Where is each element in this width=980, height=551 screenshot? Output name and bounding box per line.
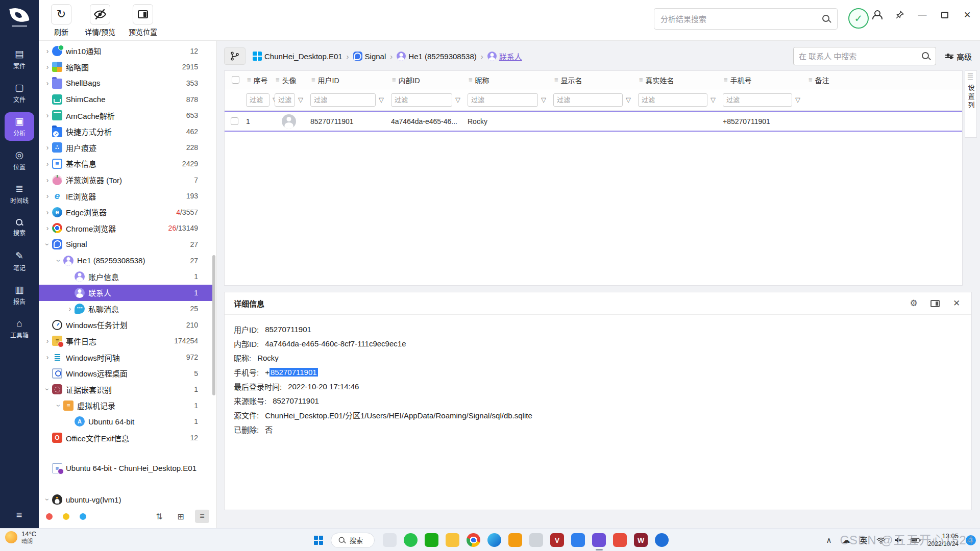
tree-item[interactable]: Ubuntu 64-bit1: [39, 414, 213, 430]
taskbar-app-forensic-app[interactable]: [592, 533, 606, 547]
input-language-indicator[interactable]: 英: [859, 535, 869, 545]
tree-item[interactable]: ›事件日志174254: [39, 333, 213, 349]
sidebar-scrollbar[interactable]: [212, 255, 215, 395]
column-header[interactable]: ≡备注: [807, 75, 962, 85]
chevron-right-icon[interactable]: ›: [43, 111, 52, 119]
collapse-tree-icon[interactable]: ⇅: [152, 510, 166, 523]
rail-item-report[interactable]: ▥报告: [5, 281, 34, 309]
taskbar-app-window-app[interactable]: [383, 533, 397, 547]
filter-funnel-icon[interactable]: ▽: [626, 96, 631, 104]
menu-hamburger-icon[interactable]: ≡: [0, 509, 39, 521]
filter-funnel-icon[interactable]: ▽: [795, 96, 800, 104]
blue-status-dot[interactable]: [80, 513, 86, 520]
onedrive-cloud-icon[interactable]: ☁: [841, 536, 851, 545]
rail-item-analysis[interactable]: ▣分析: [5, 112, 34, 141]
rail-item-search[interactable]: 搜索: [5, 213, 34, 242]
chevron-right-icon[interactable]: ›: [43, 63, 52, 71]
column-header[interactable]: ≡手机号: [723, 75, 807, 85]
chevron-right-icon[interactable]: ›: [43, 353, 52, 361]
filter-funnel-icon[interactable]: ▽: [298, 96, 303, 104]
taskbar-app-blue-circle-app[interactable]: [655, 533, 669, 547]
breadcrumb-item[interactable]: He1 (85259308538): [397, 52, 476, 61]
tree-item[interactable]: Office文件Exif信息12: [39, 430, 213, 446]
minimize-button[interactable]: —: [917, 9, 928, 20]
list-view-icon[interactable]: ≡: [195, 510, 209, 523]
rail-item-timeline[interactable]: ≣时间线: [5, 180, 34, 208]
chevron-right-icon[interactable]: ›: [43, 143, 52, 152]
filter-input-2[interactable]: [246, 93, 270, 107]
filter-input-5[interactable]: [391, 93, 452, 107]
taskbar-app-green-app[interactable]: [425, 533, 438, 547]
tree-item[interactable]: Ubuntu 64-bit - ChunHei_Desktop.E01: [39, 460, 213, 477]
column-settings-tab[interactable]: |||| 设置列: [965, 70, 977, 138]
taskbar-app-wechat[interactable]: [404, 533, 418, 547]
filter-input-4[interactable]: [310, 93, 376, 107]
tree-item[interactable]: ›Chrome浏览器26/13149: [39, 220, 213, 237]
volume-muted-icon[interactable]: [893, 536, 903, 544]
search-icon[interactable]: [822, 14, 831, 23]
filter-funnel-icon[interactable]: ▽: [710, 96, 716, 104]
tree-item[interactable]: ShimCache878: [39, 91, 213, 108]
filter-input-8[interactable]: [638, 93, 707, 107]
taskbar-app-chrome[interactable]: [467, 533, 480, 547]
taskbar-app-edge[interactable]: [487, 533, 501, 547]
filter-input-7[interactable]: [553, 93, 623, 107]
details-settings-icon[interactable]: ⚙: [908, 298, 919, 309]
rail-item-location[interactable]: ◎位置: [5, 146, 34, 174]
column-header[interactable]: ≡用户ID: [310, 75, 391, 85]
taskbar-app-w-app[interactable]: W: [634, 533, 648, 547]
chevron-down-icon[interactable]: ›: [43, 240, 52, 249]
tree-item[interactable]: ›ubuntu-vg(lvm1): [39, 491, 213, 508]
taskbar-app-v-app[interactable]: V: [550, 533, 564, 547]
contact-search-box[interactable]: [793, 47, 936, 65]
tree-item[interactable]: ›洋葱浏览器 (Tor)7: [39, 172, 213, 188]
filter-funnel-icon[interactable]: ▽: [541, 96, 546, 104]
tree-item[interactable]: ›win10通知12: [39, 43, 213, 59]
global-search-input[interactable]: [660, 15, 822, 23]
tree-item[interactable]: ›ShellBags353: [39, 75, 213, 91]
user-account-icon[interactable]: [872, 9, 883, 20]
chevron-right-icon[interactable]: ›: [43, 176, 52, 184]
tree-item[interactable]: ›Signal27: [39, 236, 213, 253]
details-dock-icon[interactable]: [929, 298, 941, 309]
taskbar-app-blue-app[interactable]: [571, 533, 585, 547]
maximize-button[interactable]: [939, 9, 950, 20]
column-header[interactable]: ≡昵称: [468, 75, 553, 85]
chevron-down-icon[interactable]: ›: [43, 495, 52, 504]
rail-item-files[interactable]: ▢文件: [5, 79, 34, 107]
pin-icon[interactable]: [894, 9, 905, 20]
chevron-right-icon[interactable]: ›: [43, 79, 52, 87]
chevron-right-icon[interactable]: ›: [43, 47, 52, 55]
filter-input-6[interactable]: [468, 93, 538, 107]
chevron-down-icon[interactable]: ›: [55, 256, 63, 265]
tree-item[interactable]: ›He1 (85259308538)27: [39, 253, 213, 269]
tree-item[interactable]: ›Edge浏览器4/3557: [39, 204, 213, 220]
preview-position-button[interactable]: 预览位置: [129, 4, 157, 37]
tree-item[interactable]: Windows任务计划210: [39, 317, 213, 333]
tree-item[interactable]: ›基本信息2429: [39, 156, 213, 172]
contact-search-input[interactable]: [799, 52, 921, 61]
taskbar-search[interactable]: 搜索: [331, 533, 375, 548]
tree-item[interactable]: ›虚拟机记录1: [39, 397, 213, 414]
yellow-status-dot[interactable]: [63, 513, 69, 520]
tree-item[interactable]: ›私聊消息25: [39, 301, 213, 317]
taskbar-weather[interactable]: 14°C 晴朗: [5, 530, 36, 545]
tree-item[interactable]: 快捷方式分析462: [39, 123, 213, 140]
chevron-right-icon[interactable]: ›: [43, 160, 52, 168]
tree-item[interactable]: 联系人1: [39, 285, 213, 301]
license-status-icon[interactable]: ✓: [848, 8, 869, 29]
tree-item[interactable]: ›Windows时间轴972: [39, 349, 213, 365]
refresh-button[interactable]: ↻ 刷新: [51, 4, 71, 37]
detail-preview-button[interactable]: 详情/预览: [85, 4, 115, 37]
taskbar-app-orange-app[interactable]: [508, 533, 522, 547]
global-search-box[interactable]: [654, 8, 838, 30]
tree-item[interactable]: ›缩略图2915: [39, 59, 213, 76]
red-status-dot[interactable]: [46, 513, 53, 520]
chevron-right-icon[interactable]: ›: [43, 192, 52, 200]
breadcrumb-item[interactable]: ChunHei_Desktop.E01: [253, 52, 342, 61]
chevron-right-icon[interactable]: ›: [43, 208, 52, 216]
tree-item[interactable]: ›IE浏览器193: [39, 188, 213, 204]
chevron-right-icon[interactable]: ›: [65, 305, 75, 313]
select-all-checkbox[interactable]: [232, 76, 239, 84]
rail-item-notes[interactable]: ✎笔记: [5, 247, 34, 276]
